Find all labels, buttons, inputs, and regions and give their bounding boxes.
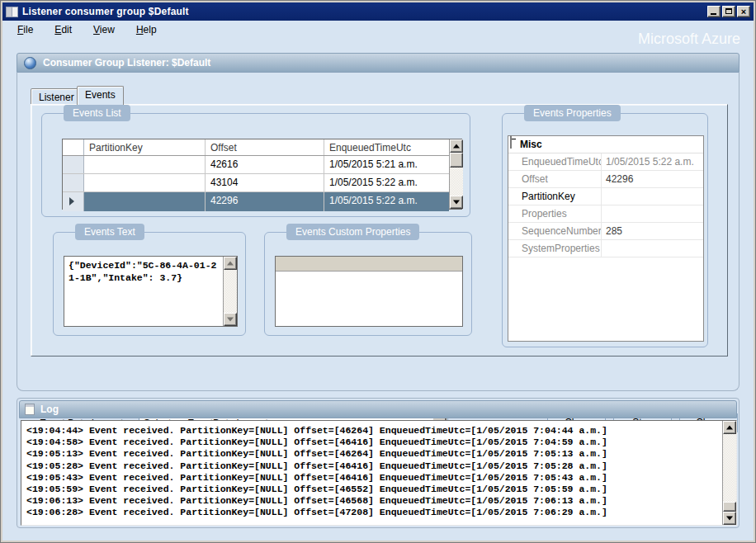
log-line: <19:05:59> Event received. PartitionKey=… xyxy=(26,484,722,495)
log-panel: Log <19:04:44> Event received. Partition… xyxy=(17,398,739,528)
property-row[interactable]: Offset 42296 xyxy=(508,171,703,188)
property-category-row[interactable]: Misc xyxy=(508,136,703,153)
events-properties-group: Events Properties Misc EnqueuedTimeUtc 1… xyxy=(502,113,708,347)
events-text-badge: Events Text xyxy=(75,224,144,240)
table-row[interactable]: 42616 1/05/2015 5:21 a.m. xyxy=(63,156,449,174)
current-row-arrow-icon xyxy=(69,197,74,205)
window-controls: × xyxy=(707,6,750,17)
arrow-down-icon xyxy=(227,318,234,322)
column-header-enqueuedtimeutc[interactable]: EnqueuedTimeUtc xyxy=(324,139,449,155)
property-gutter xyxy=(508,171,520,187)
log-line: <19:04:44> Event received. PartitionKey=… xyxy=(26,425,722,437)
scroll-up-button[interactable] xyxy=(723,421,736,434)
property-gutter xyxy=(508,188,520,205)
row-selector[interactable] xyxy=(63,156,84,173)
category-label: Misc xyxy=(520,139,542,150)
events-text-group: Events Text {"DeviceId":"5C-86-4A-01-21-… xyxy=(53,232,246,336)
close-icon: × xyxy=(738,6,749,17)
column-header-offset[interactable]: Offset xyxy=(206,139,324,155)
notepad-icon xyxy=(25,404,35,415)
property-row[interactable]: SystemProperties xyxy=(508,240,703,257)
property-row-selected[interactable]: PartitionKey xyxy=(508,188,703,205)
main-panel: Listener Events Events List PartitionKey… xyxy=(17,73,739,391)
scroll-down-button[interactable] xyxy=(723,512,736,525)
property-value[interactable]: 285 xyxy=(602,225,703,237)
events-table-header-row: PartitionKey Offset EnqueuedTimeUtc xyxy=(63,139,449,156)
client-area: File Edit View Help Microsoft Azure Cons… xyxy=(2,21,754,541)
title-bar: Listener consumer group $Default × xyxy=(2,2,754,21)
scrollbar-track[interactable] xyxy=(224,270,237,313)
table-row[interactable]: 43104 1/05/2015 5:22 a.m. xyxy=(63,174,449,192)
column-header-partitionkey[interactable]: PartitionKey xyxy=(84,139,206,155)
consumer-group-header: Consumer Group Listener: $Default xyxy=(17,53,739,73)
property-gutter xyxy=(508,205,520,222)
tab-events[interactable]: Events xyxy=(77,86,124,105)
scroll-down-button[interactable] xyxy=(224,313,237,326)
cell-offset[interactable]: 42616 xyxy=(206,156,324,173)
row-selector-current[interactable] xyxy=(63,192,84,211)
tab-listener[interactable]: Listener xyxy=(31,88,83,105)
menu-edit[interactable]: Edit xyxy=(50,22,77,37)
property-row[interactable]: SequenceNumber 285 xyxy=(508,223,703,240)
cell-enqueuedtimeutc[interactable]: 1/05/2015 5:22 a.m. xyxy=(324,192,449,211)
collapse-icon[interactable] xyxy=(510,135,512,149)
property-value[interactable]: 42296 xyxy=(602,173,703,185)
minimize-button[interactable] xyxy=(707,6,721,17)
scroll-down-button[interactable] xyxy=(450,196,463,209)
log-line: <19:05:43> Event received. PartitionKey=… xyxy=(26,472,722,484)
consumer-group-title: Consumer Group Listener: $Default xyxy=(43,57,210,68)
arrow-down-icon xyxy=(726,517,733,521)
app-window-icon xyxy=(6,7,18,17)
events-properties-badge: Events Properties xyxy=(524,105,621,121)
cell-partitionkey[interactable] xyxy=(84,192,206,211)
events-text-box: {"DeviceId":"5C-86-4A-01-21-1B","Intake"… xyxy=(64,256,238,327)
table-row-selected[interactable]: 42296 1/05/2015 5:22 a.m. xyxy=(63,192,449,211)
log-line: <19:06:13> Event received. PartitionKey=… xyxy=(26,495,722,507)
scrollbar-thumb[interactable] xyxy=(723,502,736,512)
log-box: <19:04:44> Event received. PartitionKey=… xyxy=(21,420,737,526)
log-scrollbar[interactable] xyxy=(722,421,736,525)
property-name: Properties xyxy=(520,205,602,222)
close-window-button[interactable]: × xyxy=(737,6,750,17)
events-table-scrollbar[interactable] xyxy=(449,139,463,209)
menu-help[interactable]: Help xyxy=(131,22,162,37)
property-value[interactable]: 1/05/2015 5:22 a.m. xyxy=(602,156,703,168)
scrollbar-track[interactable] xyxy=(450,168,463,196)
property-name: SystemProperties xyxy=(520,240,602,257)
menu-view[interactable]: View xyxy=(88,22,120,37)
row-selector[interactable] xyxy=(63,174,84,191)
cell-enqueuedtimeutc[interactable]: 1/05/2015 5:21 a.m. xyxy=(324,156,449,173)
scrollbar-thumb[interactable] xyxy=(450,153,463,168)
scroll-up-button[interactable] xyxy=(224,257,237,270)
events-text-content[interactable]: {"DeviceId":"5C-86-4A-01-21-1B","Intake"… xyxy=(64,257,223,326)
property-gutter xyxy=(508,240,520,257)
property-row[interactable]: EnqueuedTimeUtc 1/05/2015 5:22 a.m. xyxy=(508,153,703,171)
log-line: <19:05:28> Event received. PartitionKey=… xyxy=(26,460,722,472)
row-selector-header xyxy=(63,139,84,155)
events-custom-properties-badge: Events Custom Properties xyxy=(286,224,419,240)
property-name: EnqueuedTimeUtc xyxy=(520,153,602,170)
maximize-button[interactable] xyxy=(722,6,735,17)
events-list-group: Events List PartitionKey Offset Enqueued… xyxy=(41,113,470,217)
app-window: Listener consumer group $Default × File … xyxy=(0,0,756,543)
cell-partitionkey[interactable] xyxy=(84,156,206,173)
events-text-scrollbar[interactable] xyxy=(223,257,237,326)
cell-enqueuedtimeutc[interactable]: 1/05/2015 5:22 a.m. xyxy=(324,174,449,191)
arrow-up-icon xyxy=(453,144,460,149)
cell-offset[interactable]: 42296 xyxy=(206,192,324,211)
log-line: <19:05:13> Event received. PartitionKey=… xyxy=(26,448,722,460)
menu-file[interactable]: File xyxy=(12,22,38,37)
custom-properties-grid[interactable] xyxy=(275,256,463,327)
custom-properties-grid-header xyxy=(276,257,462,272)
cell-partitionkey[interactable] xyxy=(84,174,206,191)
scrollbar-track[interactable] xyxy=(723,434,736,502)
window-title: Listener consumer group $Default xyxy=(22,6,189,17)
property-row[interactable]: Properties xyxy=(508,205,703,223)
log-line: <19:06:28> Event received. PartitionKey=… xyxy=(26,507,722,518)
cell-offset[interactable]: 43104 xyxy=(206,174,324,191)
scroll-up-button[interactable] xyxy=(450,139,463,153)
events-table: PartitionKey Offset EnqueuedTimeUtc 4261… xyxy=(62,139,462,210)
events-table-grid: PartitionKey Offset EnqueuedTimeUtc 4261… xyxy=(63,139,449,209)
property-grid: Misc EnqueuedTimeUtc 1/05/2015 5:22 a.m.… xyxy=(508,135,704,342)
log-header: Log xyxy=(19,400,737,418)
